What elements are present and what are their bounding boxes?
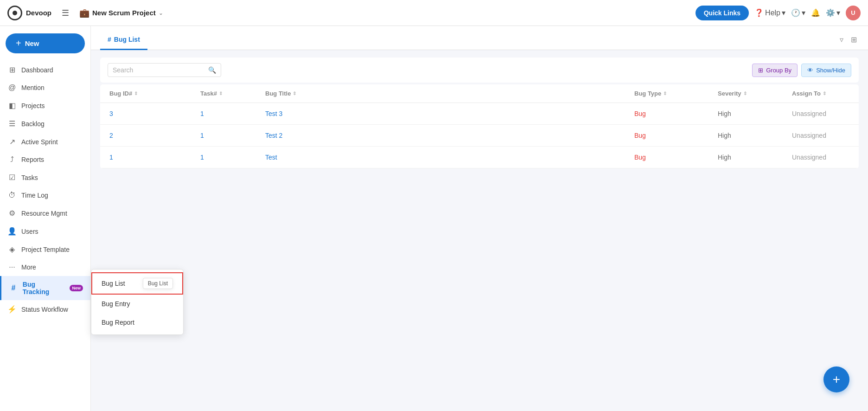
sidebar-item-backlog[interactable]: ☰ Backlog <box>0 115 90 133</box>
settings-button[interactable]: ⚙️ ▾ <box>826 8 840 17</box>
cell-severity-3: High <box>710 153 785 161</box>
more-icon: ··· <box>7 263 17 271</box>
sort-icon-task[interactable]: ⇕ <box>219 91 223 96</box>
sidebar-item-bug-tracking[interactable]: # Bug Tracking New <box>0 276 90 300</box>
sidebar-label-active-sprint: Active Sprint <box>21 138 58 146</box>
logo-text: Devoop <box>26 9 51 17</box>
show-hide-label: Show/Hide <box>816 67 845 74</box>
filter-icon: ▿ <box>840 36 843 44</box>
table-row: 1 1 Test Bug High <box>100 147 859 168</box>
bug-id-link-2[interactable]: 2 <box>109 132 113 139</box>
bug-id-link-3[interactable]: 1 <box>109 154 113 161</box>
bug-id-link-1[interactable]: 3 <box>109 110 113 117</box>
hamburger-button[interactable]: ☰ <box>59 5 72 21</box>
users-icon: 👤 <box>7 227 17 236</box>
dropdown-tooltip: Bug List <box>143 278 173 289</box>
title-link-3[interactable]: Test <box>265 154 277 161</box>
dropdown-item-bug-list[interactable]: Bug List Bug List <box>91 272 183 295</box>
search-box[interactable]: 🔍 <box>108 63 221 77</box>
history-button[interactable]: 🕐 ▾ <box>791 8 805 17</box>
severity-2: High <box>718 132 731 139</box>
notifications-button[interactable]: 🔔 <box>811 8 820 17</box>
cell-bug-id-1: 3 <box>100 109 193 118</box>
sidebar-item-mention[interactable]: @ Mention <box>0 79 90 96</box>
help-chevron-icon: ▾ <box>782 8 785 17</box>
title-link-1[interactable]: Test 3 <box>265 110 282 117</box>
status-workflow-icon: ⚡ <box>7 305 17 314</box>
col-header-title-label: Bug Title ⇕ <box>265 90 619 97</box>
project-selector[interactable]: 💼 New Scrum Project ⌄ <box>76 6 167 20</box>
sort-icon-title[interactable]: ⇕ <box>293 91 296 96</box>
col-header-task-label: Task# ⇕ <box>200 90 250 97</box>
col-header-severity-label: Severity ⇕ <box>718 90 777 97</box>
sort-icon-type[interactable]: ⇕ <box>663 91 667 96</box>
sidebar-item-tasks[interactable]: ☑ Tasks <box>0 168 90 186</box>
title-link-2[interactable]: Test 2 <box>265 132 282 139</box>
sidebar-item-users[interactable]: 👤 Users <box>0 222 90 240</box>
show-hide-button[interactable]: 👁 Show/Hide <box>801 64 851 77</box>
sort-icon-bug-id[interactable]: ⇕ <box>134 91 138 96</box>
columns-icon: ⊞ <box>851 36 857 44</box>
sidebar-item-resource-mgmt[interactable]: ⚙ Resource Mgmt <box>0 204 90 222</box>
top-bar-right: Quick Links ❓ Help ▾ 🕐 ▾ 🔔 ⚙️ ▾ U <box>696 6 861 20</box>
cell-type-3: Bug <box>627 153 710 161</box>
gear-icon: ⚙️ <box>826 8 835 17</box>
resource-mgmt-icon: ⚙ <box>7 209 17 218</box>
columns-button[interactable]: ⊞ <box>849 33 859 46</box>
filter-button[interactable]: ▿ <box>838 33 845 46</box>
quick-links-button[interactable]: Quick Links <box>696 6 749 20</box>
sidebar-item-project-template[interactable]: ◈ Project Template <box>0 240 90 258</box>
sidebar-item-projects[interactable]: ◧ Projects <box>0 96 90 115</box>
col-header-type-label: Bug Type ⇕ <box>634 90 703 97</box>
help-button[interactable]: ❓ Help ▾ <box>754 8 785 17</box>
backlog-icon: ☰ <box>7 119 17 128</box>
search-input[interactable] <box>113 66 205 74</box>
col-header-bug-id: Bug ID# ⇕ <box>100 90 193 97</box>
cell-bug-id-3: 1 <box>100 153 193 161</box>
sidebar-item-more[interactable]: ··· More <box>0 258 90 276</box>
severity-3: High <box>718 154 731 161</box>
cell-type-2: Bug <box>627 131 710 140</box>
bug-type-1: Bug <box>634 110 646 117</box>
dropdown-bug-list-label: Bug List <box>102 280 125 287</box>
sidebar-item-dashboard[interactable]: ⊞ Dashboard <box>0 61 90 79</box>
col-header-assign: Assign To ⇕ <box>785 90 859 97</box>
tab-bug-list[interactable]: # Bug List <box>100 30 147 50</box>
severity-1: High <box>718 110 731 117</box>
avatar[interactable]: U <box>846 6 861 20</box>
fab-button[interactable]: + <box>823 366 849 392</box>
sidebar-item-reports[interactable]: ⤴ Reports <box>0 151 90 168</box>
dropdown-item-bug-report[interactable]: Bug Report <box>91 313 183 332</box>
sort-icon-severity[interactable]: ⇕ <box>743 91 747 96</box>
help-label: Help <box>765 9 780 17</box>
project-template-icon: ◈ <box>7 245 17 254</box>
history-chevron-icon: ▾ <box>802 8 805 17</box>
sidebar-item-time-log[interactable]: ⏱ Time Log <box>0 186 90 204</box>
group-by-button[interactable]: ⊞ Group By <box>752 64 798 77</box>
sidebar-item-active-sprint[interactable]: ↗ Active Sprint <box>0 133 90 151</box>
cell-bug-id-2: 2 <box>100 131 193 140</box>
toolbar: 🔍 ⊞ Group By 👁 Show/Hide <box>100 58 859 83</box>
sort-icon-assign[interactable]: ⇕ <box>823 91 826 96</box>
new-button[interactable]: + New <box>6 33 85 53</box>
cell-assign-1: Unassigned <box>785 109 859 118</box>
col-header-title: Bug Title ⇕ <box>258 90 627 97</box>
time-log-icon: ⏱ <box>7 191 17 199</box>
sidebar-label-dashboard: Dashboard <box>21 66 53 74</box>
projects-icon: ◧ <box>7 101 17 110</box>
cell-assign-3: Unassigned <box>785 153 859 161</box>
cell-title-3: Test <box>258 153 627 161</box>
help-icon: ❓ <box>754 8 764 17</box>
active-sprint-icon: ↗ <box>7 137 17 146</box>
settings-chevron-icon: ▾ <box>836 8 840 17</box>
task-link-3[interactable]: 1 <box>200 154 204 161</box>
top-bar: Devoop ☰ 💼 New Scrum Project ⌄ Quick Lin… <box>0 0 868 26</box>
sidebar: + New ⊞ Dashboard @ Mention ◧ Projects ☰ <box>0 26 91 411</box>
dropdown-item-bug-entry[interactable]: Bug Entry <box>91 295 183 313</box>
bug-type-3: Bug <box>634 154 646 161</box>
task-link-1[interactable]: 1 <box>200 110 204 117</box>
bug-type-2: Bug <box>634 132 646 139</box>
task-link-2[interactable]: 1 <box>200 132 204 139</box>
assign-1: Unassigned <box>792 110 826 117</box>
sidebar-item-status-workflow[interactable]: ⚡ Status Workflow <box>0 300 90 318</box>
